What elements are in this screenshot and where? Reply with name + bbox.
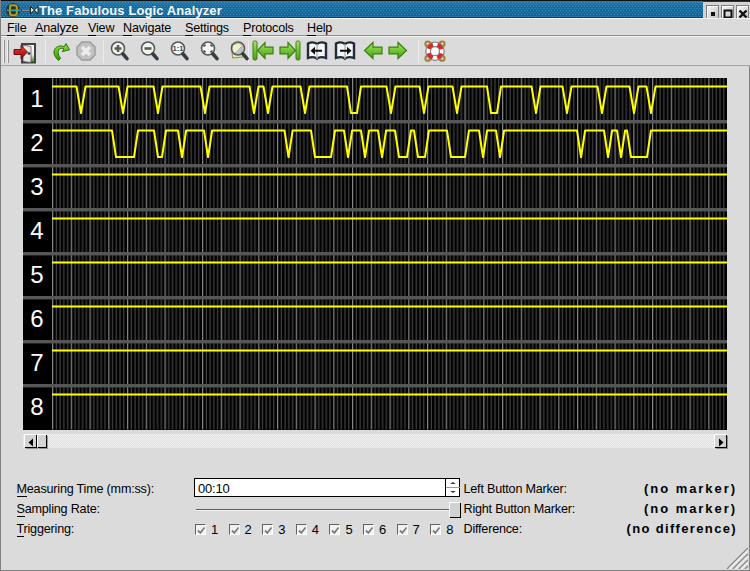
svg-text:1:1: 1:1: [173, 44, 184, 53]
svg-text:1: 1: [30, 85, 43, 112]
svg-text:5: 5: [30, 261, 43, 288]
svg-text:6: 6: [30, 305, 43, 332]
svg-text:8: 8: [30, 393, 43, 420]
svg-text:7: 7: [30, 349, 43, 376]
svg-text:3: 3: [30, 173, 43, 200]
svg-text:2: 2: [30, 129, 43, 156]
svg-text:4: 4: [30, 217, 43, 244]
